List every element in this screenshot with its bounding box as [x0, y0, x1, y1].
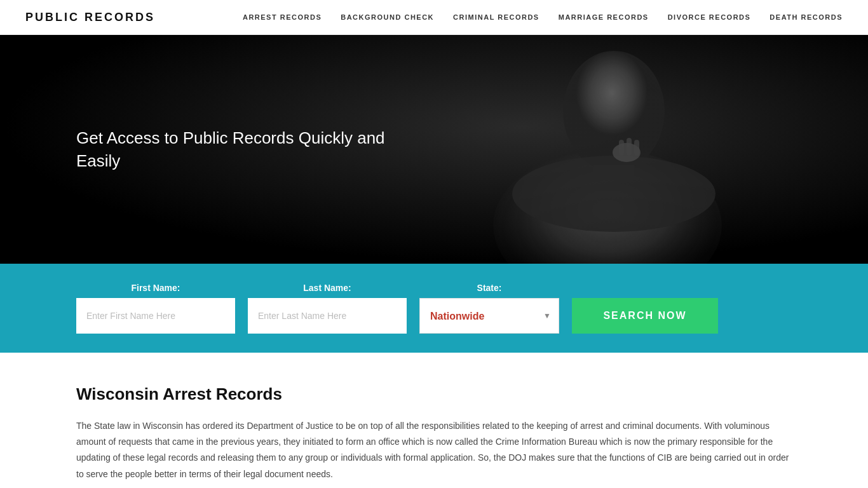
first-name-field: First Name:	[76, 283, 235, 334]
first-name-input[interactable]	[76, 298, 235, 334]
state-label: State:	[419, 283, 559, 293]
nav-marriage-records[interactable]: MARRIAGE RECORDS	[559, 13, 649, 21]
state-select-wrapper: NationwideAlabamaAlaskaArizonaArkansasCa…	[419, 298, 559, 334]
nav-background-check[interactable]: BACKGROUND CHECK	[341, 13, 434, 21]
content-paragraph-1: The State law in Wisconsin has ordered i…	[76, 418, 792, 482]
svg-rect-5	[619, 140, 624, 156]
header: PUBLIC RECORDS ARREST RECORDS BACKGROUND…	[0, 0, 868, 35]
svg-point-3	[512, 156, 715, 232]
state-field: State: NationwideAlabamaAlaskaArizonaArk…	[419, 283, 559, 334]
content-section: Wisconsin Arrest Records The State law i…	[0, 353, 868, 488]
first-name-label: First Name:	[76, 283, 235, 293]
hero-person-silhouette	[455, 35, 773, 264]
svg-rect-7	[634, 140, 639, 156]
hero-title: Get Access to Public Records Quickly and…	[76, 126, 432, 173]
nav-criminal-records[interactable]: CRIMINAL RECORDS	[453, 13, 539, 21]
state-select[interactable]: NationwideAlabamaAlaskaArizonaArkansasCa…	[420, 299, 559, 333]
logo[interactable]: PUBLIC RECORDS	[25, 11, 155, 24]
last-name-input[interactable]	[248, 298, 407, 334]
hero-section: Get Access to Public Records Quickly and…	[0, 35, 868, 264]
search-now-button[interactable]: SEARCH NOW	[572, 298, 718, 334]
nav-divorce-records[interactable]: DIVORCE RECORDS	[668, 13, 751, 21]
navigation: ARREST RECORDS BACKGROUND CHECK CRIMINAL…	[243, 13, 843, 21]
svg-rect-6	[627, 138, 632, 156]
hero-content: Get Access to Public Records Quickly and…	[0, 126, 432, 173]
last-name-label: Last Name:	[248, 283, 407, 293]
last-name-field: Last Name:	[248, 283, 407, 334]
nav-arrest-records[interactable]: ARREST RECORDS	[243, 13, 322, 21]
content-title: Wisconsin Arrest Records	[76, 384, 792, 404]
nav-death-records[interactable]: DEATH RECORDS	[770, 13, 843, 21]
search-section: First Name: Last Name: State: Nationwide…	[0, 264, 868, 353]
